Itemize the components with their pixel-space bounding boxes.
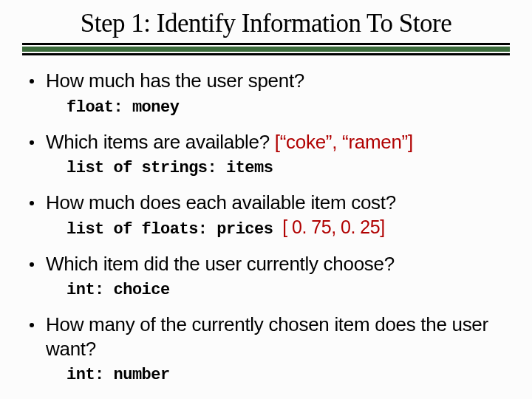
code-line: int: number <box>66 362 510 384</box>
bullet-item: How many of the currently chosen item do… <box>30 313 510 361</box>
bullet-dot-icon <box>30 79 34 83</box>
bullet-group: Which item did the user currently choose… <box>30 252 510 300</box>
bullet-group: How many of the currently chosen item do… <box>30 313 510 384</box>
code-line: list of floats: prices [ 0. 75, 0. 25] <box>66 216 510 239</box>
bullet-item: Which item did the user currently choose… <box>30 252 510 276</box>
slide-title: Step 1: Identify Information To Store <box>22 9 510 38</box>
bullet-dot-icon <box>30 262 34 267</box>
bullet-dot-icon <box>30 201 34 205</box>
bullet-text: Which items are available? [“coke”, “ram… <box>46 130 413 154</box>
bullet-text: How many of the currently chosen item do… <box>46 313 510 361</box>
bullet-item: How much has the user spent? <box>30 69 510 93</box>
code-line: list of strings: items <box>66 155 510 177</box>
bullet-item: How much does each available item cost? <box>30 191 510 215</box>
bullet-dot-icon <box>30 323 34 327</box>
slide: Step 1: Identify Information To Store Ho… <box>0 0 532 399</box>
title-underline <box>22 43 510 55</box>
title-block: Step 1: Identify Information To Store <box>0 0 532 55</box>
bullet-text: Which item did the user currently choose… <box>46 252 395 276</box>
bullet-text: How much does each available item cost? <box>46 191 396 215</box>
bullet-group: Which items are available? [“coke”, “ram… <box>30 130 510 178</box>
content: How much has the user spent? float: mone… <box>0 55 532 384</box>
bullet-group: How much does each available item cost? … <box>30 191 510 239</box>
bullet-text: How much has the user spent? <box>46 69 304 93</box>
bullet-dot-icon <box>30 140 34 145</box>
bullet-group: How much has the user spent? float: mone… <box>30 69 510 117</box>
code-line: int: choice <box>66 277 510 299</box>
code-line: float: money <box>66 95 510 117</box>
bullet-item: Which items are available? [“coke”, “ram… <box>30 130 510 154</box>
